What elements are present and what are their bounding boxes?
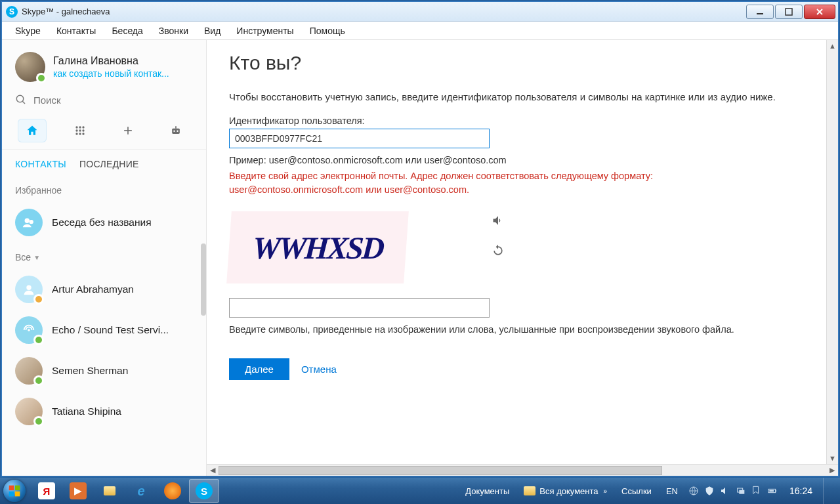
avatar [15, 357, 43, 385]
svg-point-2 [16, 95, 24, 102]
taskbar-firefox[interactable] [158, 479, 188, 503]
tray-volume-icon[interactable] [720, 486, 730, 496]
taskbar-media[interactable]: ▶ [63, 479, 93, 503]
skype-icon: S [6, 6, 18, 18]
example-text: Пример: user@contoso.onmicrosoft.com или… [229, 155, 838, 165]
svg-rect-24 [15, 486, 20, 491]
presence-online-icon [33, 335, 44, 345]
nav-bot-button[interactable] [161, 119, 190, 142]
tab-recent[interactable]: ПОСЛЕДНИЕ [79, 159, 139, 169]
scroll-down-icon[interactable]: ▼ [827, 452, 838, 464]
contact-group-untitled[interactable]: Беседа без названия [2, 202, 206, 243]
tray-action-center-icon[interactable] [751, 486, 762, 496]
svg-rect-0 [757, 13, 763, 14]
menu-calls[interactable]: Звонки [152, 24, 195, 38]
svg-point-7 [75, 129, 77, 131]
contact-tatiana[interactable]: Tatiana Shipina [2, 391, 206, 432]
section-favorites[interactable]: Избранное [2, 176, 206, 202]
minimize-button[interactable] [746, 5, 774, 19]
taskbar-language[interactable]: EN [662, 484, 682, 499]
vertical-scrollbar[interactable]: ▲ ▼ [826, 40, 838, 464]
taskbar-links[interactable]: Ссылки [618, 484, 656, 499]
section-all[interactable]: Все ▼ [2, 243, 206, 269]
close-button[interactable] [804, 5, 835, 19]
titlebar[interactable]: S Skype™ - galnechaeva [2, 2, 838, 22]
contact-echo[interactable]: Echo / Sound Test Servi... [2, 310, 206, 350]
tray-network-icon[interactable] [736, 486, 746, 496]
svg-point-21 [26, 285, 31, 290]
svg-rect-23 [9, 486, 14, 491]
cancel-link[interactable]: Отмена [301, 364, 337, 375]
menu-view[interactable]: Вид [198, 24, 227, 38]
contact-name: Беседа без названия [52, 217, 152, 228]
svg-rect-31 [776, 490, 776, 492]
menu-contacts[interactable]: Контакты [50, 24, 102, 38]
svg-point-17 [177, 131, 178, 133]
system-tray [688, 486, 778, 496]
taskbar-ie[interactable]: e [126, 479, 156, 503]
taskbar-documents[interactable]: Документы [461, 484, 513, 499]
presence-away-icon [33, 294, 44, 304]
contact-name: Tatiana Shipina [52, 406, 121, 417]
group-icon [15, 209, 43, 236]
maximize-button[interactable] [775, 5, 803, 19]
search-icon [15, 94, 27, 106]
contact-semen[interactable]: Semen Sherman [2, 350, 206, 391]
svg-point-10 [75, 133, 77, 135]
menu-conversation[interactable]: Беседа [105, 24, 149, 38]
menubar: Skype Контакты Беседа Звонки Вид Инструм… [2, 22, 838, 40]
search-input[interactable] [33, 94, 193, 106]
chevron-down-icon: ▼ [33, 254, 40, 261]
svg-point-19 [25, 219, 30, 223]
main-content: Кто вы? Чтобы восстановить учетную запис… [207, 40, 838, 476]
taskbar-all-documents[interactable]: Вся документа» [520, 484, 611, 499]
scroll-thumb[interactable] [219, 466, 662, 475]
tab-contacts[interactable]: КОНТАКТЫ [15, 159, 66, 169]
taskbar-explorer[interactable] [94, 479, 125, 503]
horizontal-scrollbar[interactable]: ◀ ▶ [207, 464, 838, 476]
svg-point-4 [75, 126, 77, 128]
refresh-captcha-icon[interactable] [492, 244, 505, 257]
sidebar-tabs: КОНТАКТЫ ПОСЛЕДНИЕ [2, 150, 206, 176]
userid-input[interactable] [229, 129, 490, 148]
svg-rect-32 [769, 490, 774, 492]
contact-artur[interactable]: Artur Abrahamyan [2, 269, 206, 310]
audio-captcha-icon[interactable] [492, 214, 505, 227]
svg-point-6 [82, 126, 84, 128]
scroll-right-icon[interactable]: ▶ [826, 465, 838, 476]
tray-globe-icon[interactable] [688, 486, 699, 496]
nav-add-button[interactable] [114, 119, 142, 142]
captcha-input[interactable] [229, 298, 490, 318]
app-window: S Skype™ - galnechaeva Skype Контакты Бе… [1, 1, 839, 476]
profile-name: Галина Ивановна [53, 55, 169, 67]
nav-row [2, 115, 206, 150]
tray-battery-icon[interactable] [767, 486, 778, 496]
menu-skype[interactable]: Skype [9, 24, 47, 38]
nav-dialpad-button[interactable] [66, 119, 94, 142]
captcha-hint: Введите символы, приведенные на изображе… [229, 324, 780, 335]
avatar [15, 398, 43, 425]
presence-online-icon [36, 73, 47, 83]
taskbar-skype[interactable]: S [189, 479, 219, 503]
menu-help[interactable]: Помощь [303, 24, 352, 38]
scroll-up-icon[interactable]: ▲ [827, 40, 838, 52]
profile-mood[interactable]: как создать новый контак... [53, 68, 169, 79]
avatar [15, 316, 43, 344]
sidebar-scrollbar[interactable] [201, 243, 206, 316]
svg-rect-15 [172, 129, 180, 134]
start-button[interactable] [0, 478, 29, 504]
menu-tools[interactable]: Инструменты [230, 24, 300, 38]
search-box[interactable] [2, 89, 206, 115]
profile-area[interactable]: Галина Ивановна как создать новый контак… [2, 40, 206, 89]
avatar [15, 276, 43, 303]
svg-rect-29 [739, 490, 744, 494]
nav-home-button[interactable] [18, 119, 47, 142]
show-desktop-button[interactable] [823, 478, 831, 504]
taskbar-clock[interactable]: 16:24 [789, 486, 812, 496]
taskbar-yandex[interactable]: Я [32, 479, 62, 503]
tray-antivirus-icon[interactable] [704, 486, 715, 496]
svg-rect-1 [786, 9, 792, 15]
scroll-left-icon[interactable]: ◀ [207, 465, 219, 476]
next-button[interactable]: Далее [229, 358, 289, 380]
captcha-image: WWHXSD [226, 211, 409, 284]
